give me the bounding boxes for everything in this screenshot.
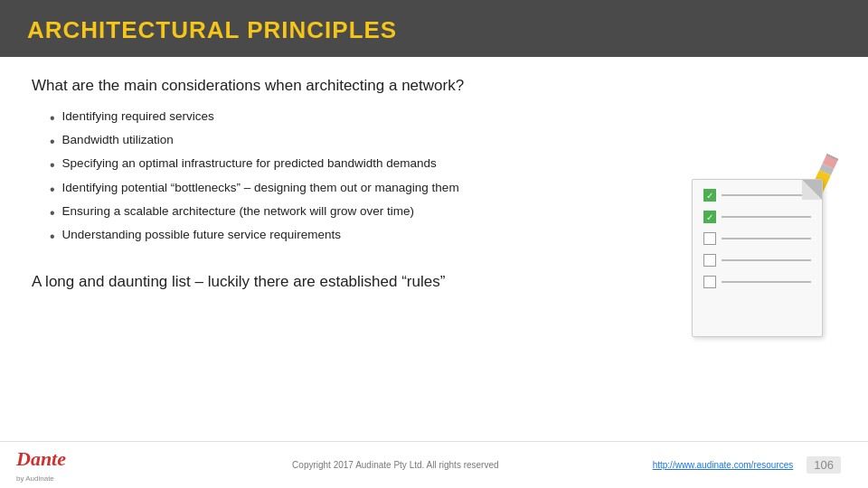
footer-link[interactable]: http://www.audinate.com/resources bbox=[653, 460, 794, 470]
bullet-dot: • bbox=[50, 228, 55, 245]
checklist-illustration: ✓✓ bbox=[683, 156, 841, 337]
paper-checklist: ✓✓ bbox=[692, 179, 823, 337]
bullet-text: Identifying required services bbox=[62, 109, 214, 123]
bullet-dot: • bbox=[50, 181, 55, 198]
bullet-dot: • bbox=[50, 133, 55, 150]
bullet-text: Identifying potential “bottlenecks” – de… bbox=[62, 181, 459, 194]
bullet-text: Ensuring a scalable architecture (the ne… bbox=[62, 204, 414, 218]
bullet-text: Specifying an optimal infrastructure for… bbox=[62, 156, 437, 170]
check-box: ✓ bbox=[703, 211, 716, 223]
check-line bbox=[722, 194, 811, 196]
checklist-row: ✓ bbox=[703, 211, 811, 223]
footer: Dante by Audinate Copyright 2017 Audinat… bbox=[0, 441, 868, 488]
page-number: 106 bbox=[807, 456, 841, 474]
content-area: What are the main considerations when ar… bbox=[0, 57, 868, 441]
check-box bbox=[703, 254, 716, 267]
bullet-dot: • bbox=[50, 204, 55, 221]
bullet-item: •Identifying required services bbox=[50, 109, 836, 127]
footer-right: http://www.audinate.com/resources 106 bbox=[653, 456, 841, 474]
check-box bbox=[703, 276, 716, 288]
checklist-row bbox=[703, 276, 811, 288]
copyright-text: Copyright 2017 Audinate Pty Ltd. All rig… bbox=[138, 460, 653, 470]
check-line bbox=[722, 259, 811, 261]
bullet-dot: • bbox=[50, 109, 55, 127]
bullet-dot: • bbox=[50, 156, 55, 174]
bullet-text: Bandwidth utilization bbox=[62, 133, 174, 146]
footer-logo: Dante by Audinate bbox=[16, 447, 66, 483]
bullet-item: •Bandwidth utilization bbox=[50, 133, 836, 150]
checklist-row bbox=[703, 254, 811, 267]
logo-sub: by Audinate bbox=[16, 474, 66, 483]
main-question: What are the main considerations when ar… bbox=[32, 77, 836, 95]
checklist-row bbox=[703, 232, 811, 245]
dante-logo-text: Dante bbox=[16, 447, 66, 470]
check-box: ✓ bbox=[703, 189, 716, 202]
checklist-row: ✓ bbox=[703, 189, 811, 202]
check-box bbox=[703, 232, 716, 245]
slide-title: ARCHITECTURAL PRINCIPLES bbox=[27, 16, 841, 44]
header: ARCHITECTURAL PRINCIPLES bbox=[0, 0, 868, 57]
slide: ARCHITECTURAL PRINCIPLES What are the ma… bbox=[0, 0, 868, 488]
check-line bbox=[722, 216, 811, 218]
check-line bbox=[722, 238, 811, 239]
check-line bbox=[722, 281, 811, 283]
bullet-text: Understanding possible future service re… bbox=[62, 228, 341, 241]
